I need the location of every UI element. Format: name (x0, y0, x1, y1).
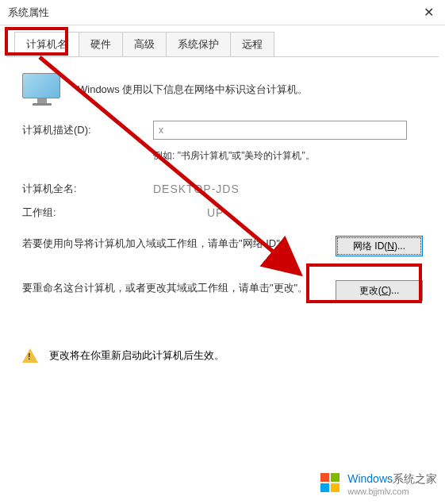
watermark-sub: 系统之家 (393, 472, 437, 485)
tab-remote[interactable]: 远程 (230, 32, 274, 56)
restart-text: 更改将在你重新启动此计算机后生效。 (49, 348, 224, 363)
tab-advanced[interactable]: 高级 (122, 32, 167, 56)
watermark: Windows系统之家 www.bjjmlv.com (320, 472, 437, 496)
computer-icon (22, 73, 62, 106)
workgroup-row: 工作组: UP (22, 206, 423, 220)
tab-system-protection[interactable]: 系统保护 (166, 32, 231, 56)
watermark-url: www.bjjmlv.com (347, 487, 437, 496)
description-example: 例如: "书房计算机"或"美玲的计算机"。 (153, 149, 423, 163)
watermark-brand: Windows (347, 472, 393, 485)
fullname-label: 计算机全名: (22, 182, 153, 196)
intro-text: Windows 使用以下信息在网络中标识这台计算机。 (78, 83, 308, 97)
intro-row: Windows 使用以下信息在网络中标识这台计算机。 (22, 73, 423, 106)
windows-logo-icon (320, 473, 343, 495)
description-row: 计算机描述(D): (22, 121, 423, 140)
window-title: 系统属性 (8, 6, 49, 20)
change-text: 要重命名这台计算机，或者更改其域或工作组，请单击"更改"。 (22, 280, 336, 297)
network-id-text: 若要使用向导将计算机加入域或工作组，请单击"网络 ID"。 (22, 236, 336, 252)
network-id-button[interactable]: 网络 ID(N)... (336, 236, 423, 256)
fullname-row: 计算机全名: DESKTOP-JDS (22, 182, 423, 196)
tab-hardware[interactable]: 硬件 (79, 32, 123, 56)
restart-row: 更改将在你重新启动此计算机后生效。 (22, 348, 423, 363)
description-input[interactable] (153, 121, 407, 140)
content-panel: Windows 使用以下信息在网络中标识这台计算机。 计算机描述(D): 例如:… (0, 57, 445, 379)
change-button[interactable]: 更改(C)... (336, 280, 423, 301)
change-row: 要重命名这台计算机，或者更改其域或工作组，请单击"更改"。 更改(C)... (22, 280, 423, 301)
tab-computer-name[interactable]: 计算机名 (14, 32, 79, 56)
network-id-row: 若要使用向导将计算机加入域或工作组，请单击"网络 ID"。 网络 ID(N)..… (22, 236, 423, 256)
close-icon[interactable]: ✕ (419, 5, 439, 20)
workgroup-value: UP (153, 206, 224, 219)
tab-strip: 计算机名 硬件 高级 系统保护 远程 (6, 25, 439, 57)
description-label: 计算机描述(D): (22, 123, 153, 137)
workgroup-label: 工作组: (22, 206, 153, 220)
titlebar: 系统属性 ✕ (0, 0, 445, 25)
warning-icon (22, 348, 38, 363)
fullname-value: DESKTOP-JDS (153, 183, 240, 195)
